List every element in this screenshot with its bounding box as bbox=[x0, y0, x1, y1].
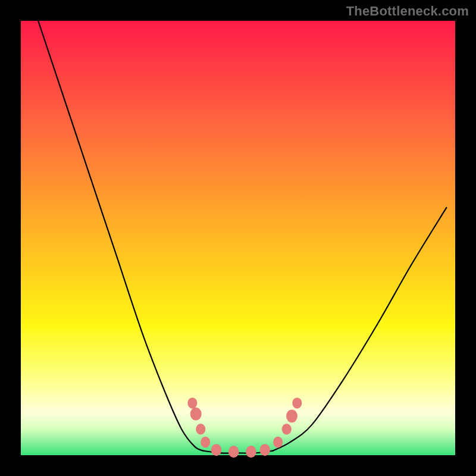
bead bbox=[196, 424, 205, 434]
bead bbox=[273, 437, 283, 447]
curve-left bbox=[38, 21, 203, 451]
bead bbox=[246, 446, 256, 458]
bead bbox=[211, 444, 222, 456]
bead bbox=[201, 437, 210, 447]
bead bbox=[190, 408, 202, 421]
watermark-text: TheBottleneck.com bbox=[346, 4, 469, 19]
plot-area bbox=[21, 21, 455, 455]
bead bbox=[286, 409, 298, 422]
bead bbox=[228, 446, 239, 458]
bead bbox=[187, 397, 197, 408]
curve-right bbox=[273, 208, 446, 451]
curve-layer bbox=[21, 21, 455, 455]
bead bbox=[282, 424, 292, 434]
bead bbox=[260, 444, 271, 456]
bead bbox=[292, 397, 302, 408]
valley-beads bbox=[187, 397, 302, 458]
chart-outer-frame: TheBottleneck.com bbox=[0, 0, 476, 476]
